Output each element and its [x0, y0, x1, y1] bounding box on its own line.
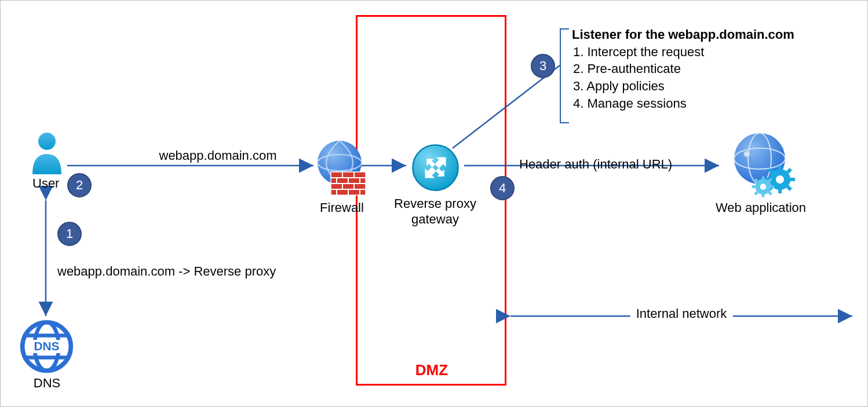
listener-title: Listener for the webapp.domain.com [572, 26, 794, 43]
listener-item-2: 2. Pre-authenticate [573, 60, 794, 78]
proxy-label-1: Reverse proxy [394, 196, 476, 211]
listener-item-3: 3. Apply policies [573, 78, 794, 95]
listener-bracket [560, 28, 569, 123]
user-icon [30, 131, 64, 177]
step-4-badge: 4 [490, 176, 515, 200]
dns-icon: DNS [19, 319, 74, 376]
svg-rect-46 [762, 193, 765, 197]
dns-label: DNS [34, 376, 60, 391]
svg-rect-45 [762, 177, 765, 181]
firewall-icon [313, 138, 371, 201]
dmz-label: DMZ [415, 361, 448, 379]
svg-rect-48 [770, 185, 775, 188]
svg-point-43 [776, 175, 784, 184]
webapp-label: Web application [716, 200, 806, 215]
proxy-icon [411, 143, 460, 195]
edge-dns-resolution: webapp.domain.com -> Reverse proxy [57, 264, 276, 279]
svg-text:DNS: DNS [34, 339, 59, 353]
edge-proxy-app: Header auth (internal URL) [519, 157, 672, 172]
svg-rect-36 [778, 188, 782, 193]
user-label: User [32, 176, 59, 191]
webapp-icon [728, 131, 797, 200]
step-2-badge: 2 [67, 173, 92, 197]
proxy-label-2: gateway [411, 212, 459, 227]
edge-user-firewall: webapp.domain.com [159, 148, 276, 163]
step-1-badge: 1 [57, 222, 82, 246]
internal-network-label: Internal network [630, 306, 733, 321]
svg-point-53 [760, 184, 767, 190]
listener-box: Listener for the webapp.domain.com 1. In… [572, 26, 794, 112]
listener-item-4: 4. Manage sessions [573, 95, 794, 112]
diagram-canvas: DMZ Use [0, 0, 868, 407]
step-3-badge: 3 [531, 54, 555, 78]
svg-point-29 [413, 145, 458, 190]
svg-rect-35 [778, 166, 782, 171]
firewall-label: Firewall [320, 200, 364, 215]
svg-point-33 [744, 151, 750, 157]
svg-rect-47 [752, 185, 757, 188]
svg-point-6 [38, 133, 56, 150]
svg-rect-38 [789, 178, 795, 181]
listener-item-1: 1. Intercept the request [573, 43, 794, 61]
